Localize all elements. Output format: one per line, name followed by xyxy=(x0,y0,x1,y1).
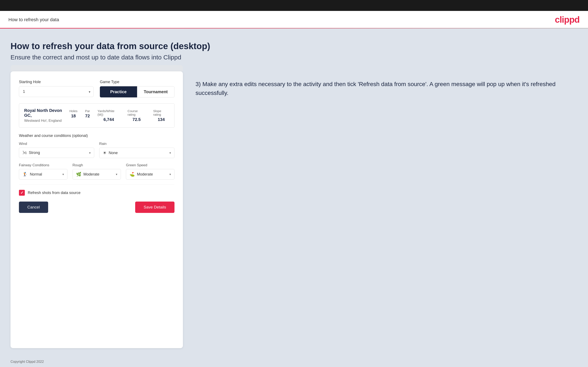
wind-icon: 🌬 xyxy=(23,150,27,155)
conditions-row-2: Fairway Conditions 🏌 Normal ▾ Rough 🌿 xyxy=(19,163,174,180)
rough-select[interactable]: 🌿 Moderate ▾ xyxy=(72,169,121,180)
green-speed-chevron: ▾ xyxy=(169,173,171,176)
rough-icon: 🌿 xyxy=(76,172,81,177)
holes-label: Holes xyxy=(69,109,77,113)
slope-rating-value: 134 xyxy=(158,117,164,122)
rain-icon: ☀ xyxy=(103,150,107,155)
rough-label: Rough xyxy=(72,163,121,167)
holes-value: 18 xyxy=(71,114,76,118)
page-heading: How to refresh your data from source (de… xyxy=(10,41,578,51)
starting-hole-arrow: ▾ xyxy=(89,90,90,94)
course-details: Royal North Devon GC, Westward Ho!, Engl… xyxy=(24,108,69,123)
refresh-checkbox-label: Refresh shots from data source xyxy=(28,191,80,195)
main-content: How to refresh your data from source (de… xyxy=(0,29,588,357)
header-title: How to refresh your data xyxy=(9,17,59,23)
wind-field: Wind 🌬 Strong ▾ xyxy=(19,142,94,158)
description-text: 3) Make any extra edits necessary to the… xyxy=(196,80,578,97)
course-rating-value: 72.5 xyxy=(132,117,141,122)
fairway-icon: 🏌 xyxy=(23,172,28,177)
game-type-label: Game Type xyxy=(100,80,174,84)
yards-label: Yards/White (M)) xyxy=(97,109,120,116)
green-speed-label: Green Speed xyxy=(126,163,174,167)
rough-value: Moderate xyxy=(83,172,99,176)
par-value: 72 xyxy=(85,114,90,118)
practice-button[interactable]: Practice xyxy=(100,86,137,97)
course-rating-label: Course rating xyxy=(128,109,146,116)
wind-value: Strong xyxy=(29,150,40,155)
wind-rain-row: Wind 🌬 Strong ▾ Rain ☀ None xyxy=(19,142,174,158)
course-name: Royal North Devon GC, xyxy=(24,108,69,118)
divider xyxy=(19,184,174,185)
rough-chevron: ▾ xyxy=(116,173,117,176)
slope-rating-label: Slope rating xyxy=(153,109,169,116)
fairway-chevron: ▾ xyxy=(62,173,64,176)
checkbox-row: ✓ Refresh shots from data source xyxy=(19,190,174,196)
footer: Copyright Clippd 2022 xyxy=(0,357,588,367)
starting-hole-select[interactable]: 1 ▾ xyxy=(19,86,94,97)
green-icon: ⛳ xyxy=(130,172,135,177)
starting-hole-label: Starting Hole xyxy=(19,80,94,84)
rain-value: None xyxy=(109,151,118,155)
stat-holes: Holes 18 xyxy=(69,109,77,122)
top-bar xyxy=(0,0,588,11)
rough-field: Rough 🌿 Moderate ▾ xyxy=(72,163,121,180)
tournament-button[interactable]: Tournament xyxy=(137,86,175,97)
rain-chevron: ▾ xyxy=(169,151,171,155)
starting-hole-value: 1 xyxy=(23,89,25,94)
top-row: Starting Hole 1 ▾ Game Type Practice Tou… xyxy=(19,80,174,97)
stat-course-rating: Course rating 72.5 xyxy=(128,109,146,122)
starting-hole-field: Starting Hole 1 ▾ xyxy=(19,80,94,97)
fairway-value: Normal xyxy=(30,172,42,176)
copyright-text: Copyright Clippd 2022 xyxy=(10,360,44,363)
wind-label: Wind xyxy=(19,142,94,146)
description-panel: 3) Make any extra edits necessary to the… xyxy=(196,71,578,348)
green-speed-select[interactable]: ⛳ Moderate ▾ xyxy=(126,169,174,180)
weather-section-label: Weather and course conditions (optional) xyxy=(19,133,174,138)
wind-chevron: ▾ xyxy=(89,151,91,155)
content-area: Starting Hole 1 ▾ Game Type Practice Tou… xyxy=(10,71,578,348)
course-location: Westward Ho!, England xyxy=(24,119,69,123)
game-type-buttons: Practice Tournament xyxy=(100,86,174,97)
green-speed-value: Moderate xyxy=(137,172,153,176)
course-info-box: Royal North Devon GC, Westward Ho!, Engl… xyxy=(19,103,174,128)
fairway-field: Fairway Conditions 🏌 Normal ▾ xyxy=(19,163,68,180)
course-stats: Holes 18 Par 72 Yards/White (M)) 6,744 C… xyxy=(69,109,169,122)
rain-field: Rain ☀ None ▾ xyxy=(99,142,174,158)
save-details-button[interactable]: Save Details xyxy=(135,201,174,213)
yards-value: 6,744 xyxy=(104,117,114,122)
stat-par: Par 72 xyxy=(85,109,90,122)
header: How to refresh your data clippd xyxy=(0,11,588,29)
refresh-checkbox[interactable]: ✓ xyxy=(19,190,25,196)
stat-yards: Yards/White (M)) 6,744 xyxy=(97,109,120,122)
stat-slope-rating: Slope rating 134 xyxy=(153,109,169,122)
buttons-row: Cancel Save Details xyxy=(19,201,174,213)
checkbox-checkmark: ✓ xyxy=(20,191,24,195)
game-type-field: Game Type Practice Tournament xyxy=(100,80,174,97)
wind-select[interactable]: 🌬 Strong ▾ xyxy=(19,148,94,158)
fairway-select[interactable]: 🏌 Normal ▾ xyxy=(19,169,68,180)
form-panel: Starting Hole 1 ▾ Game Type Practice Tou… xyxy=(10,71,183,348)
fairway-label: Fairway Conditions xyxy=(19,163,68,167)
cancel-button[interactable]: Cancel xyxy=(19,201,48,213)
page-subtitle: Ensure the correct and most up to date d… xyxy=(10,54,578,61)
logo: clippd xyxy=(555,15,579,25)
rain-label: Rain xyxy=(99,142,174,146)
green-speed-field: Green Speed ⛳ Moderate ▾ xyxy=(126,163,174,180)
par-label: Par xyxy=(85,109,90,113)
rain-select[interactable]: ☀ None ▾ xyxy=(99,148,174,158)
